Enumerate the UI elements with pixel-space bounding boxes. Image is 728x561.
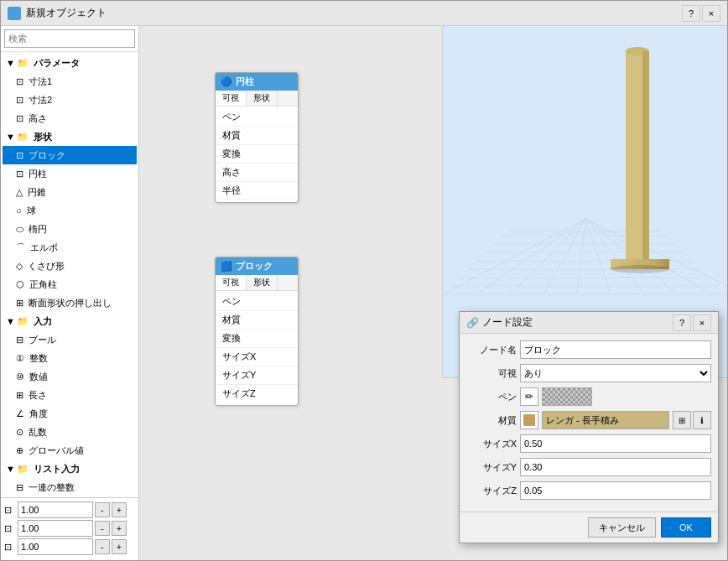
settings-row-pen: ペン ✏ <box>466 387 711 406</box>
bottom-input-1[interactable] <box>18 501 93 518</box>
material-info-button[interactable]: ℹ <box>693 411 711 429</box>
bottom-input-3-plus[interactable]: + <box>112 539 127 554</box>
settings-row-size-z: サイズZ <box>466 481 711 500</box>
cylinder-node-rows: ペン 材質 変換 高さ 半径 <box>216 106 298 202</box>
bottom-input-2-minus[interactable]: - <box>95 521 110 536</box>
cylinder-node-tabs: 可視 形状 <box>216 91 298 106</box>
block-row-size-x[interactable]: サイズX <box>216 348 298 366</box>
cylinder-row-pen[interactable]: ペン <box>216 108 298 127</box>
pen-edit-button[interactable]: ✏ <box>520 387 538 406</box>
pen-swatch <box>542 387 592 406</box>
tree-item-prism[interactable]: ⬡ 正角柱 <box>3 275 137 293</box>
size-y-label: サイズY <box>466 461 517 474</box>
tree-item-elbow[interactable]: ⌒ エルボ <box>3 238 137 257</box>
bottom-input-3-minus[interactable]: - <box>95 539 110 554</box>
bottom-inputs: ⊡ - + ⊡ - + ⊡ - + <box>1 497 138 560</box>
cylinder-node-card: 🔵 円柱 可視 形状 ペン 材質 変換 高さ 半径 <box>215 72 299 203</box>
bottom-input-2-plus[interactable]: + <box>112 521 127 536</box>
settings-close-button[interactable]: × <box>693 314 711 331</box>
block-node-card: 🟦 ブロック 可視 形状 ペン 材質 変換 サイズX サイズY サイズZ <box>215 257 299 406</box>
settings-title-bar: 🔗 ノード設定 ? × <box>460 312 718 334</box>
tree-item-num[interactable]: ⑩ 数値 <box>3 367 137 386</box>
help-button[interactable]: ? <box>682 5 700 22</box>
left-panel: ▼ 📁 パラメータ ⊡ 寸法1 ⊡ 寸法2 ⊡ 高さ ▼ <box>1 26 139 560</box>
tree-item-func[interactable]: ⊙ 乱数 <box>3 423 137 441</box>
tree-item-angle[interactable]: ∠ 角度 <box>3 404 137 423</box>
cylinder-tab-visible[interactable]: 可視 <box>216 91 247 106</box>
bottom-input-2[interactable] <box>18 520 93 537</box>
block-row-pen[interactable]: ペン <box>216 293 298 311</box>
block-row-size-y[interactable]: サイズY <box>216 366 298 385</box>
block-node-tabs: 可視 形状 <box>216 275 298 291</box>
tree-item-sphere[interactable]: ○ 球 <box>3 201 137 220</box>
block-row-material[interactable]: 材質 <box>216 311 298 330</box>
window-icon <box>8 7 21 20</box>
size-x-input[interactable] <box>520 434 711 453</box>
search-input[interactable] <box>4 29 135 48</box>
title-bar: 新規オブジェクト ? × <box>1 1 727 26</box>
pen-row: ✏ <box>520 387 711 406</box>
settings-help-button[interactable]: ? <box>673 314 691 331</box>
block-tab-visible[interactable]: 可視 <box>216 275 247 290</box>
block-tab-shape[interactable]: 形状 <box>247 275 278 290</box>
settings-title-left: 🔗 ノード設定 <box>466 315 533 330</box>
tree-item-cone[interactable]: △ 円錐 <box>3 183 137 201</box>
search-box <box>1 26 138 52</box>
visible-select[interactable]: あり なし <box>520 364 711 382</box>
tree-item-extrude[interactable]: ⊞ 断面形状の押し出し <box>3 293 137 312</box>
block-row-transform[interactable]: 変換 <box>216 330 298 348</box>
settings-title-label: ノード設定 <box>482 315 533 330</box>
tree-item-int[interactable]: ① 整数 <box>3 349 137 367</box>
settings-row-node-name: ノード名 <box>466 340 711 359</box>
tree-group-shape[interactable]: ▼ 📁 形状 <box>3 127 137 146</box>
tree-item-global[interactable]: ⊕ グローバル値 <box>3 441 137 460</box>
cylinder-row-material[interactable]: 材質 <box>216 127 298 145</box>
material-label: 材質 <box>466 414 517 427</box>
svg-rect-26 <box>523 414 535 426</box>
bottom-input-row-3: ⊡ - + <box>4 538 135 555</box>
svg-rect-22 <box>642 51 649 261</box>
pen-label: ペン <box>466 391 517 403</box>
tree-item-dim2[interactable]: ⊡ 寸法2 <box>3 91 137 109</box>
cylinder-row-radius[interactable]: 半径 <box>216 182 298 200</box>
bottom-input-row-2: ⊡ - + <box>4 520 135 537</box>
settings-row-size-y: サイズY <box>466 458 711 476</box>
ok-button[interactable]: OK <box>661 517 711 538</box>
main-window: 新規オブジェクト ? × ▼ 📁 パラメータ ⊡ 寸法1 <box>0 0 728 561</box>
size-z-input[interactable] <box>520 481 711 500</box>
center-area: 🔵 円柱 可視 形状 ペン 材質 変換 高さ 半径 🟦 <box>139 26 727 560</box>
cancel-button[interactable]: キャンセル <box>588 517 656 538</box>
tree-item-ellipse[interactable]: ⬭ 楕円 <box>3 220 137 238</box>
settings-footer: キャンセル OK <box>460 512 718 543</box>
node-name-input[interactable] <box>520 340 711 359</box>
bottom-input-row-1: ⊡ - + <box>4 501 135 518</box>
bottom-input-3[interactable] <box>18 538 93 555</box>
tree-item-cylinder[interactable]: ⊡ 円柱 <box>3 164 137 183</box>
tree-item-wedge[interactable]: ◇ くさび形 <box>3 257 137 275</box>
block-row-size-z[interactable]: サイズZ <box>216 385 298 403</box>
tree-item-block[interactable]: ⊡ ブロック <box>3 146 137 164</box>
material-icon-svg <box>523 413 536 427</box>
main-content: ▼ 📁 パラメータ ⊡ 寸法1 ⊡ 寸法2 ⊡ 高さ ▼ <box>1 26 727 560</box>
cylinder-row-transform[interactable]: 変換 <box>216 145 298 164</box>
tree-group-params[interactable]: ▼ 📁 パラメータ <box>3 54 137 72</box>
tree-item-length[interactable]: ⊞ 長さ <box>3 386 137 404</box>
material-row: レンガ - 長手積み ⊞ ℹ <box>520 411 711 429</box>
bottom-input-1-minus[interactable]: - <box>95 502 110 517</box>
tree-group-list[interactable]: ▼ 📁 リスト入力 <box>3 460 137 478</box>
title-bar-controls: ? × <box>682 5 720 22</box>
node-name-label: ノード名 <box>466 344 517 356</box>
close-button[interactable]: × <box>702 5 720 22</box>
material-grid-button[interactable]: ⊞ <box>673 411 691 429</box>
bottom-input-1-plus[interactable]: + <box>112 502 127 517</box>
cylinder-tab-shape[interactable]: 形状 <box>247 91 278 106</box>
tree-group-input[interactable]: ▼ 📁 入力 <box>3 312 137 330</box>
size-y-input[interactable] <box>520 458 711 476</box>
title-bar-left: 新規オブジェクト <box>8 6 107 20</box>
tree-item-dim1[interactable]: ⊡ 寸法1 <box>3 72 137 91</box>
tree-item-height[interactable]: ⊡ 高さ <box>3 109 137 127</box>
cylinder-row-height[interactable]: 高さ <box>216 164 298 182</box>
material-icon <box>520 411 538 429</box>
tree-item-bool[interactable]: ⊟ ブール <box>3 330 137 349</box>
tree-item-list-int[interactable]: ⊟ 一連の整数 <box>3 478 137 496</box>
